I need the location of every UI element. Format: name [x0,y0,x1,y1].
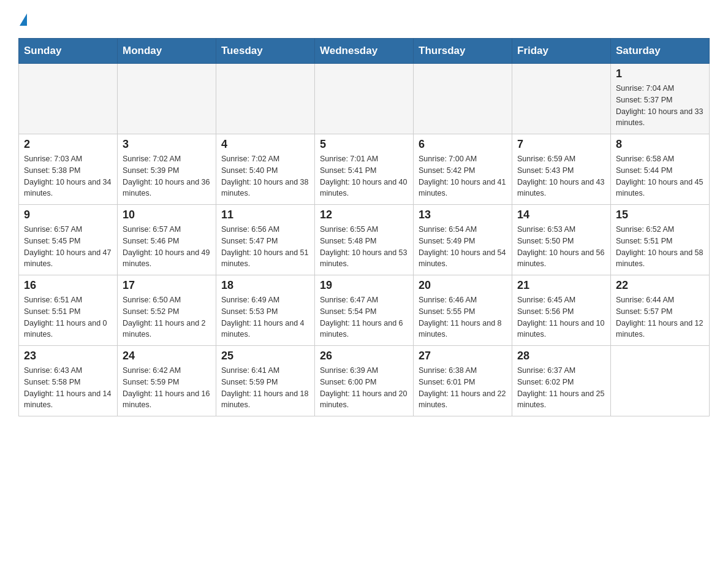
day-info: Sunrise: 6:39 AMSunset: 6:00 PMDaylight:… [320,365,408,411]
calendar-cell: 12Sunrise: 6:55 AMSunset: 5:48 PMDayligh… [315,205,414,275]
day-number: 18 [221,279,309,292]
day-number: 6 [419,138,507,151]
day-info: Sunrise: 6:57 AMSunset: 5:45 PMDaylight:… [24,224,112,270]
day-of-week-header: Monday [118,39,216,64]
calendar-cell [19,64,118,134]
calendar-cell: 24Sunrise: 6:42 AMSunset: 5:59 PMDayligh… [118,346,216,416]
calendar-cell: 13Sunrise: 6:54 AMSunset: 5:49 PMDayligh… [414,205,512,275]
day-number: 22 [616,279,704,292]
day-info: Sunrise: 6:49 AMSunset: 5:53 PMDaylight:… [221,294,309,340]
calendar-cell: 6Sunrise: 7:00 AMSunset: 5:42 PMDaylight… [414,134,512,205]
day-info: Sunrise: 6:56 AMSunset: 5:47 PMDaylight:… [221,224,309,270]
day-number: 7 [517,138,605,151]
day-number: 13 [419,209,507,221]
day-number: 8 [616,138,704,151]
day-info: Sunrise: 6:46 AMSunset: 5:55 PMDaylight:… [419,294,507,340]
day-info: Sunrise: 6:59 AMSunset: 5:43 PMDaylight:… [517,153,605,199]
day-info: Sunrise: 7:01 AMSunset: 5:41 PMDaylight:… [320,153,408,199]
calendar-cell: 15Sunrise: 6:52 AMSunset: 5:51 PMDayligh… [611,205,710,275]
calendar-week-row: 23Sunrise: 6:43 AMSunset: 5:58 PMDayligh… [19,346,710,416]
day-number: 25 [221,350,309,362]
day-number: 21 [517,279,605,292]
day-info: Sunrise: 7:02 AMSunset: 5:39 PMDaylight:… [123,153,211,199]
day-info: Sunrise: 6:45 AMSunset: 5:56 PMDaylight:… [517,294,605,340]
calendar-cell [512,64,611,134]
calendar-cell: 25Sunrise: 6:41 AMSunset: 5:59 PMDayligh… [216,346,315,416]
calendar-cell: 4Sunrise: 7:02 AMSunset: 5:40 PMDaylight… [216,134,315,205]
day-info: Sunrise: 6:51 AMSunset: 5:51 PMDaylight:… [24,294,112,340]
day-info: Sunrise: 6:41 AMSunset: 5:59 PMDaylight:… [221,365,309,411]
day-number: 11 [221,209,309,221]
calendar-cell: 26Sunrise: 6:39 AMSunset: 6:00 PMDayligh… [315,346,414,416]
day-number: 12 [320,209,408,221]
day-of-week-header: Thursday [414,39,512,64]
calendar-week-row: 9Sunrise: 6:57 AMSunset: 5:45 PMDaylight… [19,205,710,275]
logo [18,12,27,26]
day-number: 4 [221,138,309,151]
calendar-week-row: 16Sunrise: 6:51 AMSunset: 5:51 PMDayligh… [19,275,710,346]
calendar-cell: 23Sunrise: 6:43 AMSunset: 5:58 PMDayligh… [19,346,118,416]
calendar-cell: 7Sunrise: 6:59 AMSunset: 5:43 PMDaylight… [512,134,611,205]
calendar-cell: 22Sunrise: 6:44 AMSunset: 5:57 PMDayligh… [611,275,710,346]
day-of-week-header: Wednesday [315,39,414,64]
day-number: 19 [320,279,408,292]
calendar-table: SundayMondayTuesdayWednesdayThursdayFrid… [18,38,710,416]
day-of-week-header: Friday [512,39,611,64]
calendar-cell: 28Sunrise: 6:37 AMSunset: 6:02 PMDayligh… [512,346,611,416]
calendar-week-row: 1Sunrise: 7:04 AMSunset: 5:37 PMDaylight… [19,64,710,134]
calendar-cell [118,64,216,134]
day-number: 17 [123,279,211,292]
day-info: Sunrise: 6:58 AMSunset: 5:44 PMDaylight:… [616,153,704,199]
day-info: Sunrise: 7:02 AMSunset: 5:40 PMDaylight:… [221,153,309,199]
calendar-cell: 14Sunrise: 6:53 AMSunset: 5:50 PMDayligh… [512,205,611,275]
calendar-cell: 16Sunrise: 6:51 AMSunset: 5:51 PMDayligh… [19,275,118,346]
day-info: Sunrise: 6:47 AMSunset: 5:54 PMDaylight:… [320,294,408,340]
day-number: 3 [123,138,211,151]
day-number: 24 [123,350,211,362]
calendar-header-row: SundayMondayTuesdayWednesdayThursdayFrid… [19,39,710,64]
calendar-week-row: 2Sunrise: 7:03 AMSunset: 5:38 PMDaylight… [19,134,710,205]
day-info: Sunrise: 6:55 AMSunset: 5:48 PMDaylight:… [320,224,408,270]
day-info: Sunrise: 7:04 AMSunset: 5:37 PMDaylight:… [616,83,704,129]
day-number: 28 [517,350,605,362]
day-number: 23 [24,350,112,362]
calendar-cell: 5Sunrise: 7:01 AMSunset: 5:41 PMDaylight… [315,134,414,205]
calendar-cell [611,346,710,416]
day-info: Sunrise: 6:54 AMSunset: 5:49 PMDaylight:… [419,224,507,270]
day-number: 14 [517,209,605,221]
calendar-cell: 8Sunrise: 6:58 AMSunset: 5:44 PMDaylight… [611,134,710,205]
day-number: 27 [419,350,507,362]
day-info: Sunrise: 7:03 AMSunset: 5:38 PMDaylight:… [24,153,112,199]
calendar-cell [216,64,315,134]
calendar-cell: 20Sunrise: 6:46 AMSunset: 5:55 PMDayligh… [414,275,512,346]
page-header [18,12,710,26]
logo-triangle-icon [20,13,27,26]
calendar-cell: 19Sunrise: 6:47 AMSunset: 5:54 PMDayligh… [315,275,414,346]
day-of-week-header: Sunday [19,39,118,64]
day-info: Sunrise: 6:38 AMSunset: 6:01 PMDaylight:… [419,365,507,411]
day-info: Sunrise: 7:00 AMSunset: 5:42 PMDaylight:… [419,153,507,199]
day-info: Sunrise: 6:43 AMSunset: 5:58 PMDaylight:… [24,365,112,411]
calendar-cell [414,64,512,134]
day-of-week-header: Saturday [611,39,710,64]
day-info: Sunrise: 6:42 AMSunset: 5:59 PMDaylight:… [123,365,211,411]
day-number: 20 [419,279,507,292]
day-number: 15 [616,209,704,221]
calendar-cell: 2Sunrise: 7:03 AMSunset: 5:38 PMDaylight… [19,134,118,205]
calendar-cell: 18Sunrise: 6:49 AMSunset: 5:53 PMDayligh… [216,275,315,346]
day-info: Sunrise: 6:37 AMSunset: 6:02 PMDaylight:… [517,365,605,411]
calendar-cell: 27Sunrise: 6:38 AMSunset: 6:01 PMDayligh… [414,346,512,416]
day-info: Sunrise: 6:57 AMSunset: 5:46 PMDaylight:… [123,224,211,270]
day-number: 2 [24,138,112,151]
day-info: Sunrise: 6:52 AMSunset: 5:51 PMDaylight:… [616,224,704,270]
day-of-week-header: Tuesday [216,39,315,64]
day-number: 1 [616,67,704,80]
calendar-cell: 3Sunrise: 7:02 AMSunset: 5:39 PMDaylight… [118,134,216,205]
calendar-cell: 9Sunrise: 6:57 AMSunset: 5:45 PMDaylight… [19,205,118,275]
calendar-cell: 11Sunrise: 6:56 AMSunset: 5:47 PMDayligh… [216,205,315,275]
calendar-cell: 10Sunrise: 6:57 AMSunset: 5:46 PMDayligh… [118,205,216,275]
calendar-cell [315,64,414,134]
calendar-cell: 1Sunrise: 7:04 AMSunset: 5:37 PMDaylight… [611,64,710,134]
day-number: 9 [24,209,112,221]
day-number: 16 [24,279,112,292]
